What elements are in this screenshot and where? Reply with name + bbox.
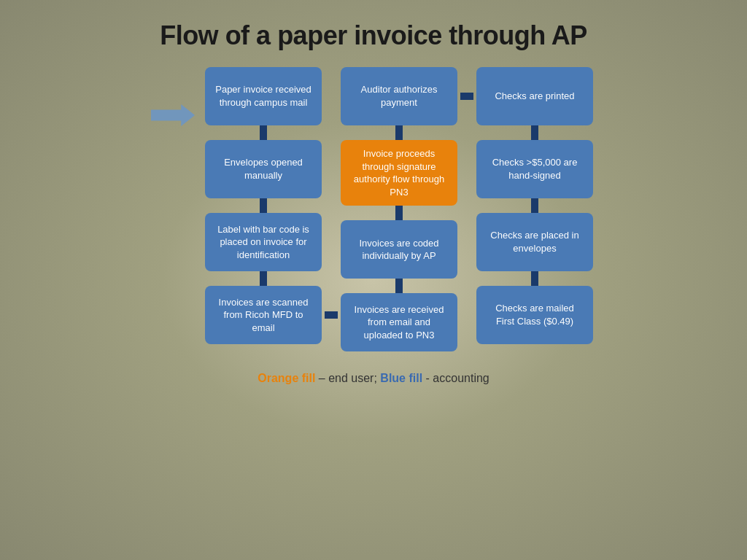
legend-orange-desc: – end user; [315,372,380,384]
box-paper-invoice: Paper invoice received through campus ma… [205,67,322,125]
connector-v-1-3 [260,271,267,286]
connector-v-1-2 [260,198,267,213]
legend-orange-label: Orange fill [258,372,315,384]
entry-arrow [151,67,195,128]
box-checks-envelopes: Checks are placed in envelopes [476,213,593,271]
box-checks-mailed: Checks are mailed First Class ($0.49) [476,286,593,344]
box-label-barcode: Label with bar code is placed on invoice… [205,213,322,271]
box-checks-printed: Checks are printed [476,67,593,125]
connector-v-3-3 [531,271,538,286]
box-envelopes-opened: Envelopes opened manually [205,140,322,198]
box-invoices-coded: Invoices are coded individually by AP [341,220,457,279]
box-invoices-scanned: Invoices are scanned from Ricoh MFD to e… [205,286,322,344]
h-connector-col1-col2-row3 [325,311,338,319]
legend-blue-desc: - accounting [422,372,489,384]
box-invoices-received: Invoices are received from email and upl… [341,293,457,351]
page-title: Flow of a paper invoice through AP [160,20,587,51]
legend-blue-label: Blue fill [380,372,422,384]
column-3: Checks are printed Checks >$5,000 are ha… [473,67,596,344]
column-2: Auditor authorizes payment Invoice proce… [338,67,460,351]
connector-v-3-2 [531,198,538,213]
connector-v-1-1 [260,125,267,140]
connector-v-2-1 [395,125,403,140]
box-auditor: Auditor authorizes payment [341,67,457,125]
connector-v-3-1 [531,125,538,140]
legend: Orange fill – end user; Blue fill - acco… [258,372,489,385]
box-invoice-proceeds: Invoice proceeds through signature autho… [341,140,457,206]
column-1: Paper invoice received through campus ma… [202,67,325,344]
connector-v-2-2 [395,206,403,220]
box-checks-handsigned: Checks >$5,000 are hand-signed [476,140,593,198]
connector-v-2-3 [395,279,403,293]
h-connector-col2-col3-row0 [460,93,473,100]
svg-marker-0 [151,104,195,126]
